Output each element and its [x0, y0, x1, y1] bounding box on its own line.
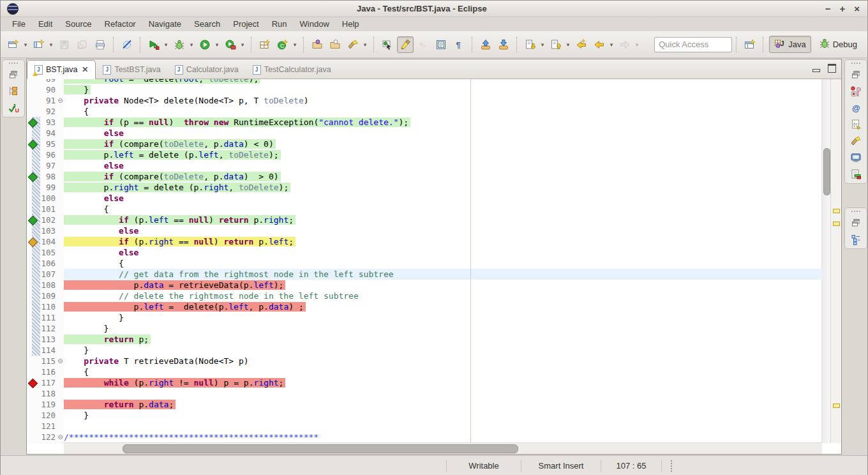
quick-access-input[interactable] — [654, 37, 732, 52]
code-line-112[interactable]: } — [64, 323, 822, 334]
dock-drag-handle[interactable] — [3, 60, 24, 66]
tab-testbst-java[interactable]: JTestBST.java — [96, 61, 167, 79]
code-line-90[interactable]: } — [64, 84, 822, 95]
warning-overview-mark[interactable] — [833, 209, 840, 213]
line-number[interactable]: 103 — [41, 225, 57, 236]
previous-edit-menu-dropdown-icon[interactable]: ▾ — [565, 41, 571, 48]
add-import-button[interactable] — [477, 36, 494, 53]
problems-view-icon[interactable] — [848, 84, 864, 99]
code-line-99[interactable]: p.right = delete (p.right, toDelete); — [64, 182, 822, 193]
code-line-116[interactable]: { — [64, 366, 822, 377]
javadoc-view-icon[interactable]: @ — [848, 100, 864, 116]
line-number[interactable]: 102 — [41, 215, 57, 225]
line-number[interactable]: 113 — [41, 334, 57, 345]
code-area[interactable]: root = delete(root, toDelete); } private… — [64, 79, 822, 443]
next-annotation-button[interactable] — [379, 36, 396, 53]
menu-navigate[interactable]: Navigate — [142, 17, 188, 31]
menu-run[interactable]: Run — [266, 17, 294, 31]
next-edit-menu-dropdown-icon[interactable]: ▾ — [539, 41, 546, 48]
line-number[interactable]: 97 — [41, 160, 57, 171]
show-whitespace-button[interactable]: ¶ — [451, 36, 467, 53]
vertical-scrollbar-thumb[interactable] — [823, 148, 830, 195]
line-number[interactable]: 107 — [41, 269, 57, 280]
line-number[interactable]: 121 — [41, 421, 57, 432]
new-java-class-menu-dropdown-icon[interactable]: ▾ — [292, 41, 298, 48]
search-menu-dropdown-icon[interactable]: ▾ — [362, 41, 368, 48]
dock-drag-handle[interactable] — [845, 208, 867, 214]
maximize-editor-icon[interactable] — [828, 64, 836, 73]
code-line-103[interactable]: else — [64, 225, 822, 236]
code-line-92[interactable]: { — [64, 106, 822, 117]
line-number[interactable]: 92 — [41, 106, 57, 117]
code-line-119[interactable]: return p.data; — [64, 399, 822, 410]
tab-bst-java[interactable]: JBST.java✕ — [27, 60, 96, 79]
run-menu-dropdown-icon[interactable]: ▾ — [214, 41, 220, 48]
code-line-117[interactable]: while (p.right != null) p = p.right; — [64, 377, 822, 388]
code-line-111[interactable]: } — [64, 312, 822, 323]
fold-toggle-icon[interactable]: ⊖ — [57, 432, 64, 442]
warning-overview-mark[interactable] — [833, 403, 840, 408]
code-line-106[interactable]: { — [64, 258, 822, 269]
code-line-115[interactable]: private T retrieveData(Node<T> p) — [64, 356, 822, 366]
fold-toggle-icon[interactable]: ⊖ — [57, 356, 64, 366]
line-number[interactable]: 114 — [41, 345, 57, 356]
open-resource-button[interactable] — [327, 36, 343, 53]
line-number[interactable]: 101 — [41, 204, 57, 215]
debug-menu-dropdown-icon[interactable]: ▾ — [188, 41, 195, 48]
cursor-position-status[interactable]: 107 : 65 — [601, 456, 661, 475]
menu-search[interactable]: Search — [188, 17, 227, 31]
line-number[interactable]: 95 — [41, 139, 57, 149]
code-line-118[interactable] — [64, 388, 822, 399]
package-explorer-view-icon[interactable] — [5, 84, 22, 99]
minimize-editor-icon[interactable] — [812, 69, 820, 72]
code-line-95[interactable]: if (compare(toDelete, p.data) < 0) — [64, 139, 822, 149]
code-line-89[interactable]: root = delete(root, toDelete); — [64, 79, 822, 84]
line-number[interactable]: 89 — [41, 79, 57, 84]
line-number[interactable]: 117 — [41, 377, 57, 388]
code-line-122[interactable]: /***************************************… — [64, 432, 822, 442]
tab-calculator-java[interactable]: JCalculator.java — [168, 61, 246, 79]
open-type-button[interactable] — [309, 36, 326, 53]
code-line-94[interactable]: else — [64, 128, 822, 139]
line-number[interactable]: 100 — [41, 193, 57, 204]
new-java-class-button[interactable]: C — [274, 36, 291, 53]
line-number[interactable]: 118 — [41, 388, 57, 399]
code-line-110[interactable]: p.left = delete(p.left, p.data) ; — [64, 301, 822, 312]
code-line-113[interactable]: return p; — [64, 334, 822, 345]
code-line-104[interactable]: if (p.right == null) return p.left; — [64, 236, 822, 247]
new-java-item-menu-dropdown-icon[interactable]: ▾ — [48, 41, 54, 48]
declaration-view-icon[interactable]: {= — [848, 117, 864, 132]
line-number[interactable]: 120 — [41, 410, 57, 421]
menu-project[interactable]: Project — [227, 17, 265, 31]
organize-imports-button[interactable] — [495, 36, 512, 53]
code-line-114[interactable]: } — [64, 345, 822, 356]
insert-mode-status[interactable]: Smart Insert — [521, 456, 601, 475]
coverage-view-icon[interactable] — [848, 167, 864, 182]
menu-edit[interactable]: Edit — [32, 17, 59, 31]
line-number[interactable]: 116 — [41, 366, 57, 377]
run-button[interactable] — [197, 36, 213, 53]
line-number[interactable]: 98 — [41, 171, 57, 182]
fold-toggle-icon[interactable]: ⊖ — [57, 95, 64, 106]
line-number[interactable]: 122 — [41, 432, 57, 442]
back-menu-dropdown-icon[interactable]: ▾ — [608, 41, 615, 48]
next-edit-position-button[interactable] — [522, 36, 539, 53]
horizontal-scrollbar-thumb[interactable] — [123, 444, 518, 453]
window-maximize-button[interactable]: + — [839, 4, 845, 14]
run-external-tools-button[interactable] — [222, 36, 239, 53]
code-line-93[interactable]: if (p == null) throw new RuntimeExceptio… — [64, 117, 822, 128]
dock-drag-handle[interactable] — [845, 60, 867, 66]
horizontal-scrollbar[interactable] — [64, 442, 822, 454]
new-java-item-button[interactable] — [31, 36, 47, 53]
toggle-mark-occurrences-button[interactable] — [397, 36, 414, 53]
restore-outline-stack-icon[interactable] — [848, 215, 864, 230]
line-number-gutter[interactable]: 8990919293949596979899100101102103104105… — [41, 79, 57, 443]
outline-view-icon[interactable] — [848, 232, 864, 247]
line-number[interactable]: 96 — [41, 149, 57, 160]
line-number[interactable]: 93 — [41, 117, 57, 128]
open-perspective-button[interactable] — [742, 36, 758, 53]
line-number[interactable]: 110 — [41, 301, 57, 312]
new-wizard-button[interactable] — [5, 36, 22, 53]
code-line-101[interactable]: { — [64, 204, 822, 215]
print-button[interactable] — [92, 36, 108, 53]
